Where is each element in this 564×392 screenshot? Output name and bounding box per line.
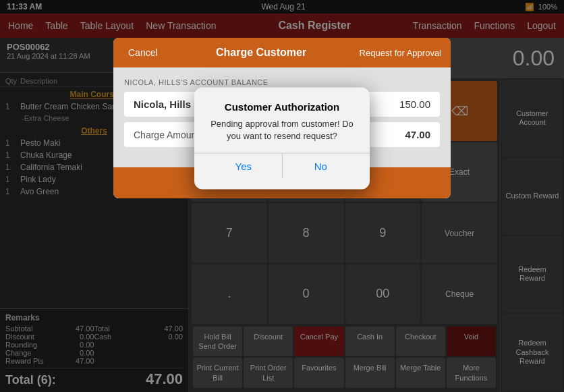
customer-balance-name: Nicola, Hills [134, 99, 191, 110]
balance-section-label: NICOLA, HILLS'S ACCOUNT BALANCE [124, 78, 440, 86]
charge-title: Charge Customer [163, 47, 360, 59]
auth-dialog: Customer Authorization Pending approval … [194, 88, 370, 190]
charge-header: Cancel Charge Customer Request for Appro… [113, 38, 451, 67]
auth-yes-button[interactable]: Yes [205, 154, 283, 179]
charge-panel: Cancel Charge Customer Request for Appro… [113, 38, 451, 198]
customer-balance-amount: 150.00 [399, 99, 430, 110]
request-approval-button[interactable]: Request for Approval [360, 48, 441, 58]
modal-overlay: Cancel Charge Customer Request for Appro… [0, 0, 564, 392]
charge-amount-value: 47.00 [405, 129, 430, 140]
auth-buttons: Yes No [205, 154, 359, 179]
auth-title: Customer Authorization [205, 101, 359, 113]
auth-no-button[interactable]: No [283, 154, 360, 179]
auth-message: Pending approval from customer! Do you w… [205, 118, 359, 142]
charge-cancel-button[interactable]: Cancel [123, 45, 163, 61]
charge-amount-label: Charge Amount [134, 130, 199, 140]
